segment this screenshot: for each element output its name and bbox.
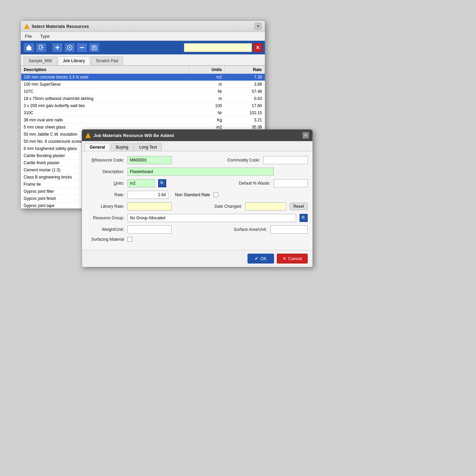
table-header-row: Description Units Rate (21, 66, 265, 74)
row-description: 100 mm SuperSleve (21, 81, 189, 88)
units-row: Units: 🔍 Default % Waste: (87, 179, 308, 187)
units-label: Units: (87, 181, 124, 186)
units-input[interactable] (128, 179, 155, 187)
search-input[interactable] (184, 43, 252, 52)
col-units: Units (189, 66, 225, 74)
row-rate: 3.21 (225, 117, 265, 124)
dialog-window: Job Materials Resource Will Be Added ✕ G… (82, 129, 313, 267)
search-clear-button[interactable]: ✕ (253, 43, 262, 52)
library-rate-input[interactable] (128, 202, 172, 210)
surfacing-material-label: Surfacing Material (87, 237, 124, 242)
row-description: 19 x 75mm softwood cham/rdd skirting (21, 95, 189, 102)
table-row[interactable]: 38 mm oval wire nailsKg3.21 (21, 117, 265, 124)
toolbar-home-button[interactable] (23, 43, 34, 52)
dialog-tabs-bar: General Buying Long Text (82, 141, 312, 151)
surface-area-input[interactable] (270, 225, 308, 234)
rate-row: Rate: Non Standard Rate (87, 191, 308, 199)
tab-sample-mw[interactable]: Sample_MW (23, 56, 57, 65)
resource-group-label: Resource Group: (87, 216, 124, 220)
menu-file[interactable]: File (23, 33, 33, 39)
main-close-button[interactable]: ✕ (255, 23, 261, 30)
toolbar-import-button[interactable] (36, 43, 47, 52)
toolbar-edit-button[interactable] (64, 43, 75, 52)
dialog-footer: ✔ OK ✕ Cancel (82, 250, 312, 267)
reset-button[interactable]: Reset (290, 203, 308, 210)
weight-row: Weight/Unit: Surface Area/Unit: (87, 225, 308, 234)
dialog-titlebar: Job Materials Resource Will Be Added ✕ (82, 130, 312, 141)
default-waste-label: Default % Waste: (233, 181, 270, 186)
table-row[interactable]: 3 x 200 mm galv butterfly wall ties10017… (21, 102, 265, 109)
table-row[interactable]: 100 mm concrete blocks 3.5 N solidm27.39 (21, 74, 265, 81)
table-row[interactable]: 107CNr57.48 (21, 88, 265, 95)
dialog-content: RResource Code: Commodity Code: Descript… (82, 151, 312, 250)
row-rate: 0.63 (225, 95, 265, 102)
menu-type[interactable]: Type (39, 33, 51, 39)
units-search-button[interactable]: 🔍 (158, 179, 166, 187)
cancel-button[interactable]: ✕ Cancel (277, 254, 308, 264)
svg-rect-13 (93, 48, 95, 49)
row-description: 107C (21, 88, 189, 95)
tab-job-library[interactable]: Job Library (58, 56, 90, 65)
toolbar: ✕ (21, 41, 265, 54)
toolbar-add-button[interactable] (52, 43, 63, 52)
date-changed-label: Date Changed: (205, 204, 242, 209)
resource-code-input[interactable] (128, 156, 172, 164)
description-input[interactable] (128, 168, 274, 176)
rate-input[interactable] (128, 191, 168, 199)
row-units: m (189, 95, 225, 102)
row-rate: 17.60 (225, 102, 265, 109)
menubar: File Type (21, 32, 265, 41)
surface-area-label: Surface Area/Unit: (230, 227, 267, 232)
row-units: Nr (189, 88, 225, 95)
row-rate: 57.48 (225, 88, 265, 95)
app-icon (24, 23, 30, 29)
ok-checkmark-icon: ✔ (255, 256, 258, 261)
table-row[interactable]: 100 mm SuperSlevem3.68 (21, 81, 265, 88)
commodity-code-input[interactable] (264, 156, 308, 164)
table-row[interactable]: 310CNr102.15 (21, 109, 265, 117)
resource-code-row: RResource Code: Commodity Code: (87, 156, 308, 164)
row-description: 38 mm oval wire nails (21, 117, 189, 124)
toolbar-remove-button[interactable] (76, 43, 87, 52)
cancel-x-icon: ✕ (283, 256, 286, 261)
row-rate: 3.68 (225, 81, 265, 88)
svg-rect-0 (27, 47, 31, 50)
library-rate-label: Library Rate: (87, 204, 124, 209)
row-rate: 102.15 (225, 109, 265, 117)
resource-group-input[interactable] (128, 214, 296, 222)
row-units: m2 (189, 74, 225, 81)
default-waste-input[interactable] (274, 179, 308, 187)
toolbar-paste-button[interactable] (89, 43, 100, 52)
ok-button[interactable]: ✔ OK (248, 254, 274, 264)
description-label: Description: (87, 169, 124, 174)
main-titlebar: Select Materials Resources ✕ (21, 21, 265, 32)
resource-group-search-button[interactable]: 🔍 (300, 214, 308, 222)
dialog-tab-long-text[interactable]: Long Text (134, 143, 162, 151)
row-description: 3 x 200 mm galv butterfly wall ties (21, 102, 189, 109)
rate-label: Rate: (87, 192, 124, 197)
surfacing-material-checkbox[interactable] (128, 237, 132, 242)
dialog-tab-general[interactable]: General (85, 143, 110, 151)
row-description: 100 mm concrete blocks 3.5 N solid (21, 74, 189, 81)
row-rate: 7.39 (225, 74, 265, 81)
non-standard-rate-checkbox[interactable] (214, 192, 218, 197)
table-row[interactable]: 19 x 75mm softwood cham/rdd skirtingm0.6… (21, 95, 265, 102)
dialog-title-text: Job Materials Resource Will Be Added (94, 133, 174, 138)
col-description: Description (21, 66, 189, 74)
dialog-tab-buying[interactable]: Buying (111, 143, 134, 151)
commodity-code-label: Commodity Code: (223, 158, 260, 163)
toolbar-search-area: ✕ (184, 43, 262, 52)
tab-scratch-pad[interactable]: Scratch Pad (91, 56, 123, 65)
svg-marker-8 (69, 47, 71, 49)
row-units: 100 (189, 102, 225, 109)
main-window-title: Select Materials Resources (32, 24, 89, 29)
row-units: Kg (189, 117, 225, 124)
library-rate-row: Library Rate: Date Changed: Reset (87, 202, 308, 210)
svg-marker-1 (26, 45, 32, 48)
titlebar-left: Select Materials Resources (24, 23, 89, 29)
weight-unit-input[interactable] (128, 225, 172, 234)
dialog-close-button[interactable]: ✕ (302, 132, 309, 139)
date-changed-input[interactable] (245, 202, 286, 210)
col-rate: Rate (225, 66, 265, 74)
tabs-bar: Sample_MW Job Library Scratch Pad (21, 54, 265, 66)
